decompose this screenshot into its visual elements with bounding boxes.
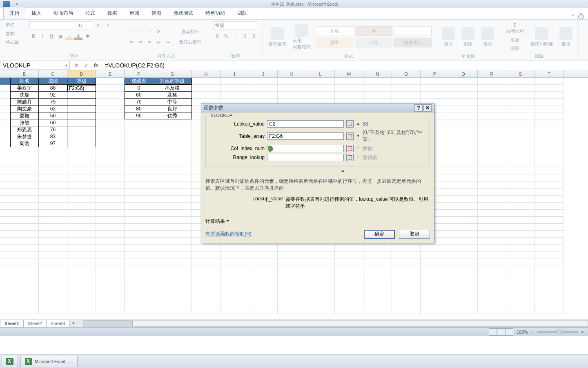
- cell[interactable]: [392, 78, 421, 85]
- cell[interactable]: 郑恩惠: [10, 126, 39, 133]
- cell[interactable]: [363, 286, 392, 293]
- cell[interactable]: [153, 161, 192, 168]
- cell[interactable]: [10, 300, 39, 307]
- cell[interactable]: [0, 245, 10, 251]
- col-header-T[interactable]: T: [535, 70, 564, 77]
- cell[interactable]: [506, 92, 535, 99]
- cell[interactable]: [153, 126, 192, 133]
- cell[interactable]: [67, 258, 96, 265]
- cell[interactable]: [0, 119, 10, 126]
- cell[interactable]: [153, 293, 192, 300]
- cell[interactable]: [96, 279, 125, 286]
- style-bad[interactable]: 差: [355, 26, 392, 36]
- cell[interactable]: [125, 251, 153, 258]
- cell[interactable]: [421, 265, 449, 272]
- scrollbar-thumb[interactable]: [84, 321, 133, 326]
- cell[interactable]: [220, 258, 249, 265]
- cell[interactable]: [125, 154, 153, 161]
- cell[interactable]: [220, 78, 249, 85]
- cell[interactable]: [96, 293, 125, 300]
- cancel-button[interactable]: ✕: [72, 61, 80, 70]
- cell[interactable]: [96, 238, 125, 245]
- cell[interactable]: [535, 203, 564, 210]
- cell[interactable]: [220, 279, 249, 286]
- cell[interactable]: [39, 175, 67, 182]
- cell[interactable]: [96, 126, 125, 133]
- cell[interactable]: [449, 210, 478, 217]
- cell[interactable]: 97: [39, 140, 67, 147]
- cell[interactable]: [39, 300, 67, 307]
- col-header-F[interactable]: F: [125, 70, 153, 77]
- cell[interactable]: [478, 119, 506, 126]
- cell[interactable]: [278, 272, 306, 279]
- cell[interactable]: [506, 175, 535, 182]
- cell[interactable]: [535, 217, 564, 224]
- sheet-tab-3[interactable]: Sheet3: [46, 320, 69, 327]
- cell[interactable]: [96, 92, 125, 99]
- cell[interactable]: [153, 133, 192, 140]
- cell[interactable]: [506, 251, 535, 258]
- cell[interactable]: [220, 265, 249, 272]
- cell[interactable]: [506, 119, 535, 126]
- cell[interactable]: [306, 245, 335, 251]
- cell[interactable]: [125, 300, 153, 307]
- cell[interactable]: [249, 293, 278, 300]
- cell[interactable]: [363, 307, 392, 314]
- increase-decimal-icon[interactable]: .0: [240, 32, 248, 40]
- zoom-out-button[interactable]: −: [531, 330, 534, 334]
- cell[interactable]: [478, 265, 506, 272]
- cell[interactable]: [535, 286, 564, 293]
- cell[interactable]: [306, 300, 335, 307]
- cell[interactable]: [153, 265, 192, 272]
- cell[interactable]: [278, 85, 306, 92]
- cell[interactable]: 等级: [67, 78, 96, 85]
- align-left-icon[interactable]: ≡: [127, 38, 136, 46]
- cell[interactable]: [278, 92, 306, 99]
- cell[interactable]: [449, 238, 478, 245]
- cell[interactable]: 60: [125, 92, 153, 99]
- cell[interactable]: [125, 140, 153, 147]
- cell[interactable]: [478, 168, 506, 175]
- cell[interactable]: [478, 251, 506, 258]
- cell[interactable]: [306, 265, 335, 272]
- cell[interactable]: [192, 85, 220, 92]
- cell[interactable]: [535, 78, 564, 85]
- cell[interactable]: [449, 99, 478, 105]
- cell[interactable]: [421, 92, 449, 99]
- cell[interactable]: [153, 196, 192, 203]
- cell[interactable]: [0, 217, 10, 224]
- cell[interactable]: [478, 224, 506, 231]
- cell[interactable]: [535, 85, 564, 92]
- cell[interactable]: [192, 265, 220, 272]
- cell[interactable]: [449, 279, 478, 286]
- cell[interactable]: [153, 119, 192, 126]
- cell[interactable]: [478, 189, 506, 196]
- cell[interactable]: [67, 272, 96, 279]
- cell[interactable]: [96, 154, 125, 161]
- format-painter-button[interactable]: 格式刷: [4, 38, 21, 46]
- cell[interactable]: [478, 217, 506, 224]
- cell[interactable]: 80: [125, 105, 153, 112]
- cell[interactable]: 陶文豪: [10, 105, 39, 112]
- cell[interactable]: [153, 238, 192, 245]
- cell[interactable]: [39, 293, 67, 300]
- cell[interactable]: [506, 133, 535, 140]
- cell[interactable]: [506, 105, 535, 112]
- cell[interactable]: [39, 265, 67, 272]
- cell[interactable]: [10, 307, 39, 314]
- cell[interactable]: [478, 210, 506, 217]
- save-icon[interactable]: [3, 1, 10, 7]
- font-family-select[interactable]: [29, 21, 74, 29]
- cell[interactable]: [306, 279, 335, 286]
- underline-button[interactable]: U: [47, 32, 56, 40]
- cell[interactable]: [96, 224, 125, 231]
- cell[interactable]: [220, 85, 249, 92]
- cell[interactable]: [449, 154, 478, 161]
- cell[interactable]: [335, 78, 363, 85]
- align-center-icon[interactable]: ≡: [136, 38, 145, 46]
- cell[interactable]: [125, 238, 153, 245]
- col-header-N[interactable]: N: [363, 70, 392, 77]
- sheet-tab-2[interactable]: Sheet2: [23, 320, 47, 327]
- cell[interactable]: [153, 168, 192, 175]
- cell[interactable]: [392, 286, 421, 293]
